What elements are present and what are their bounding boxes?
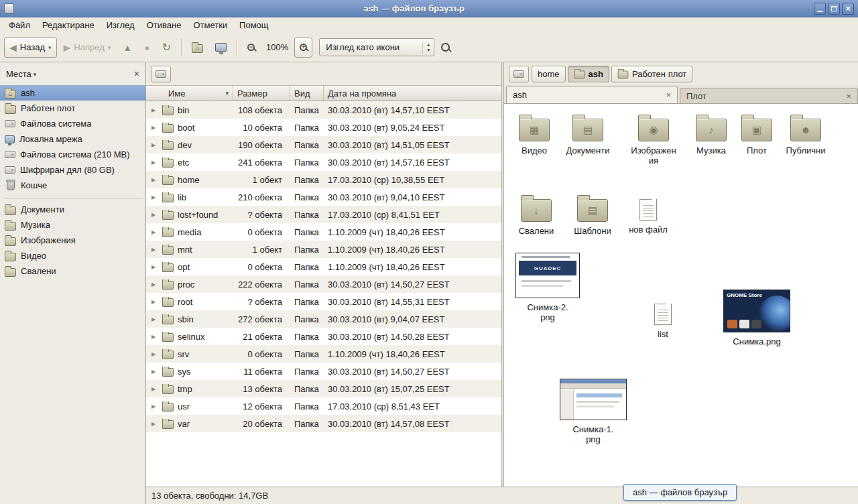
expander-icon[interactable]: ▶	[151, 299, 158, 305]
menu-item[interactable]: Отметки	[187, 19, 233, 32]
file-row[interactable]: ▶ proc 222 обекта Папка 30.03.2010 (вт) …	[146, 275, 501, 293]
expander-icon[interactable]: ▶	[151, 369, 158, 375]
file-row[interactable]: ▶ var 20 обекта Папка 30.03.2010 (вт) 14…	[146, 415, 501, 432]
sidebar-item[interactable]: Изображения	[0, 233, 145, 248]
expander-icon[interactable]: ▶	[151, 177, 158, 183]
column-header-name[interactable]: Име ▾	[146, 86, 233, 101]
sidebar-item[interactable]: Работен плот	[0, 101, 145, 116]
home-button[interactable]	[186, 38, 208, 58]
expander-icon[interactable]: ▶	[151, 125, 158, 131]
view-mode-select[interactable]: Изглед като икони ▴▾	[319, 38, 434, 56]
column-header-type[interactable]: Вид	[290, 86, 324, 101]
icon-view-item[interactable]: list	[634, 298, 692, 339]
root-button[interactable]	[151, 66, 171, 82]
icon-view-item[interactable]: ▤Документи	[559, 113, 617, 155]
expander-icon[interactable]: ▶	[151, 403, 158, 410]
icon-view-item[interactable]: ▦Видео	[505, 113, 563, 155]
pathbar-button[interactable]: home	[532, 66, 566, 82]
expander-icon[interactable]: ▶	[151, 194, 158, 200]
file-row[interactable]: ▶ mnt 1 обект Папка 1.10.2009 (чт) 18,40…	[146, 241, 501, 258]
tab[interactable]: Плот ×	[680, 88, 858, 103]
file-list-rows[interactable]: ▶ bin 108 обекта Папка 30.03.2010 (вт) 1…	[146, 101, 501, 487]
icon-view-item[interactable]: GUADECСнимка-2. png	[515, 253, 580, 322]
file-row[interactable]: ▶ tmp 13 обекта Папка 30.03.2010 (вт) 15…	[146, 380, 501, 397]
sidebar-item[interactable]: Кошче	[0, 178, 145, 193]
tab-close-icon[interactable]: ×	[666, 90, 671, 100]
expander-icon[interactable]: ▶	[151, 281, 158, 288]
icon-view-item[interactable]: GNOME StoreСнимка.png	[723, 290, 790, 346]
column-header-date[interactable]: Дата на промяна	[324, 86, 501, 101]
close-button[interactable]: ×	[842, 3, 854, 15]
up-button[interactable]: ▲	[117, 38, 137, 58]
menu-item[interactable]: Файл	[3, 19, 36, 32]
file-row[interactable]: ▶ media 0 обекта Папка 1.10.2009 (чт) 18…	[146, 223, 501, 241]
pathbar-button[interactable]: Работен плот	[611, 66, 692, 82]
places-title[interactable]: Места	[6, 69, 32, 79]
file-row[interactable]: ▶ etc 241 обекта Папка 30.03.2010 (вт) 1…	[146, 153, 501, 171]
expander-icon[interactable]: ▶	[151, 247, 158, 253]
expander-icon[interactable]: ▶	[151, 229, 158, 235]
icon-view[interactable]: ▦Видео▤Документи◉Изображен ия♪Музика▣Пло…	[504, 104, 858, 487]
file-row[interactable]: ▶ srv 0 обекта Папка 1.10.2009 (чт) 18,4…	[146, 345, 501, 363]
icon-view-item[interactable]: ▤Шаблони	[564, 194, 621, 236]
icon-view-item[interactable]: Снимка-1. png	[560, 379, 627, 444]
maximize-button[interactable]	[828, 3, 840, 15]
expander-icon[interactable]: ▶	[151, 142, 158, 148]
expander-icon[interactable]: ▶	[151, 212, 158, 218]
column-header-size[interactable]: Размер	[233, 86, 290, 101]
expander-icon[interactable]: ▶	[151, 316, 158, 322]
icon-view-item[interactable]: нов файл	[619, 194, 677, 235]
sidebar-item[interactable]: Шифриран дял (80 GB)	[0, 162, 145, 178]
root-button[interactable]	[509, 66, 529, 82]
places-close-icon[interactable]: ×	[134, 68, 139, 79]
expander-icon[interactable]: ▶	[151, 421, 158, 427]
computer-button[interactable]	[210, 38, 232, 58]
expander-icon[interactable]: ▶	[151, 107, 158, 113]
file-row[interactable]: ▶ bin 108 обекта Папка 30.03.2010 (вт) 1…	[146, 101, 501, 119]
tab[interactable]: ash ×	[506, 86, 678, 103]
sidebar-item[interactable]: Свалени	[0, 263, 145, 279]
file-row[interactable]: ▶ root ? обекта Папка 30.03.2010 (вт) 14…	[146, 293, 501, 310]
expander-icon[interactable]: ▶	[151, 264, 158, 270]
tab-close-icon[interactable]: ×	[846, 91, 851, 101]
back-button[interactable]: ◀ Назад ▾	[4, 38, 57, 58]
file-row[interactable]: ▶ sys 11 обекта Папка 30.03.2010 (вт) 14…	[146, 363, 501, 380]
icon-view-item[interactable]: ◉Изображен ия	[625, 113, 682, 166]
file-row[interactable]: ▶ boot 10 обекта Папка 30.03.2010 (вт) 9…	[146, 119, 501, 136]
expander-icon[interactable]: ▶	[151, 160, 158, 166]
sidebar-item[interactable]: Локална мрежа	[0, 131, 145, 147]
file-row[interactable]: ▶ lib 210 обекта Папка 30.03.2010 (вт) 9…	[146, 188, 501, 206]
sidebar-item[interactable]: Музика	[0, 217, 145, 233]
zoom-in-button[interactable]: +	[294, 38, 312, 58]
expander-icon[interactable]: ▶	[151, 334, 158, 340]
sidebar-item[interactable]: Видео	[0, 248, 145, 263]
sidebar-item[interactable]: Документи	[0, 202, 145, 217]
menu-item[interactable]: Помощ	[233, 19, 274, 32]
file-row[interactable]: ▶ dev 190 обекта Папка 30.03.2010 (вт) 1…	[146, 136, 501, 153]
search-button[interactable]	[436, 38, 455, 58]
menu-item[interactable]: Редактиране	[36, 19, 101, 32]
file-row[interactable]: ▶ selinux 21 обекта Папка 30.03.2010 (вт…	[146, 328, 501, 345]
sidebar-list[interactable]: ash Работен плот Файлова система Локална…	[0, 85, 145, 504]
menu-item[interactable]: Отиване	[141, 19, 188, 32]
icon-view-item[interactable]: ☻Публични	[777, 113, 835, 155]
file-row[interactable]: ▶ home 1 обект Папка 17.03.2010 (ср) 10,…	[146, 171, 501, 188]
file-row[interactable]: ▶ opt 0 обекта Папка 1.10.2009 (чт) 18,4…	[146, 258, 501, 275]
icon-view-item[interactable]: ↓Свалени	[507, 194, 565, 236]
zoom-out-button[interactable]: −	[242, 38, 260, 58]
minimize-button[interactable]	[814, 3, 826, 15]
menu-item[interactable]: Изглед	[101, 19, 141, 32]
expander-icon[interactable]: ▶	[151, 386, 158, 392]
expander-icon[interactable]: ▶	[151, 351, 158, 357]
sidebar-item[interactable]: Файлова система	[0, 116, 145, 131]
file-row[interactable]: ▶ lost+found ? обекта Папка 17.03.2010 (…	[146, 206, 501, 223]
stop-button[interactable]: ●	[139, 38, 155, 58]
reload-button[interactable]: ↻	[157, 38, 176, 58]
sidebar-item[interactable]: ash	[0, 85, 145, 101]
sidebar-item[interactable]: Файлова система (210 MB)	[0, 147, 145, 162]
file-row[interactable]: ▶ usr 12 обекта Папка 17.03.2010 (ср) 8,…	[146, 397, 501, 415]
file-row[interactable]: ▶ sbin 272 обекта Папка 30.03.2010 (вт) …	[146, 310, 501, 328]
titlebar[interactable]: ash — файлов браузър ×	[0, 0, 858, 17]
pathbar-button[interactable]: ash	[568, 66, 609, 82]
forward-button[interactable]: ▶ Напред ▾	[58, 38, 117, 58]
